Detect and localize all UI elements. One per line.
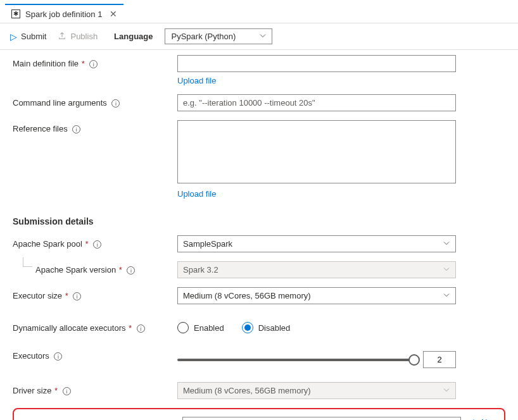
reference-files-input[interactable] (177, 120, 456, 183)
info-icon[interactable]: i (127, 266, 135, 275)
spark-pool-select[interactable]: SampleSpark (177, 235, 456, 252)
driver-size-value: Medium (8 vCores, 56GB memory) (183, 386, 311, 395)
submit-button[interactable]: ▷ Submit (10, 32, 46, 42)
publish-button[interactable]: Publish (58, 31, 98, 42)
upload-reference-files-link[interactable]: Upload file (177, 189, 216, 199)
reference-files-label: Reference files i (13, 120, 177, 133)
chevron-down-icon (443, 291, 450, 300)
dynamic-allocate-radio-group: Enabled Disabled (177, 319, 456, 333)
info-icon[interactable]: i (73, 292, 81, 300)
radio-icon (177, 322, 189, 333)
chevron-down-icon (259, 32, 267, 41)
dynamic-allocate-label: Dynamically allocate executors * i (13, 319, 177, 333)
tab-type-icon: ✱ (11, 9, 20, 18)
spark-version-label: Apache Spark version * i (13, 261, 177, 275)
spark-version-value: Spark 3.2 (183, 265, 218, 275)
new-config-label: New (481, 417, 498, 421)
spark-config-label: Apache Spark configuration i (18, 417, 182, 420)
plus-icon: ＋ (469, 417, 479, 420)
driver-size-select: Medium (8 vCores, 56GB memory) (177, 382, 456, 399)
info-icon[interactable]: i (137, 324, 145, 333)
info-icon[interactable]: i (111, 99, 120, 108)
close-icon[interactable]: ✕ (110, 9, 117, 19)
executor-size-select[interactable]: Medium (8 vCores, 56GB memory) (177, 287, 456, 304)
radio-enabled-label: Enabled (194, 323, 224, 333)
executors-label: Executors i (13, 347, 177, 361)
row-driver-size: Driver size * i Medium (8 vCores, 56GB m… (13, 382, 505, 399)
row-executors: Executors i (13, 347, 505, 368)
upload-icon (58, 31, 66, 42)
required-icon: * (117, 265, 122, 275)
spark-pool-value: SampleSpark (183, 239, 232, 249)
radio-disabled-label: Disabled (258, 323, 291, 333)
required-icon: * (63, 291, 68, 300)
run-icon: ▷ (10, 32, 17, 42)
row-executor-size: Executor size * i Medium (8 vCores, 56GB… (13, 287, 505, 304)
toolbar: ▷ Submit Publish Language PySpark (Pytho… (0, 23, 518, 50)
row-main-definition: Main definition file * i Upload file (13, 55, 505, 85)
chevron-down-icon (443, 265, 450, 275)
info-icon[interactable]: i (72, 125, 80, 133)
publish-label: Publish (70, 32, 98, 41)
language-label: Language (114, 32, 153, 41)
config-highlight: Apache Spark configuration i Use default… (13, 408, 505, 420)
upload-main-definition-link[interactable]: Upload file (177, 76, 216, 85)
radio-enabled[interactable]: Enabled (177, 322, 224, 333)
executors-slider[interactable] (177, 359, 414, 361)
required-icon: * (79, 59, 85, 68)
new-config-button[interactable]: ＋ New (469, 417, 498, 420)
tab-bar: ✱ Spark job definition 1 ✕ (0, 0, 518, 23)
required-icon: * (83, 239, 89, 249)
executors-input[interactable] (423, 351, 456, 368)
info-icon[interactable]: i (54, 352, 62, 361)
row-spark-pool: Apache Spark pool * i SampleSpark (13, 235, 505, 252)
chevron-down-icon (443, 239, 450, 249)
info-icon[interactable]: i (89, 60, 98, 68)
spark-config-select[interactable]: Use default configuration (182, 417, 461, 420)
slider-thumb-icon[interactable] (408, 354, 420, 366)
info-icon[interactable]: i (93, 240, 101, 249)
radio-disabled[interactable]: Disabled (242, 322, 291, 333)
radio-icon (242, 322, 253, 333)
chevron-down-icon (443, 386, 450, 395)
tab-title: Spark job definition 1 (25, 9, 102, 19)
info-icon[interactable]: i (63, 387, 71, 395)
executor-size-value: Medium (8 vCores, 56GB memory) (183, 291, 311, 300)
required-icon: * (126, 323, 132, 333)
main-definition-input[interactable] (177, 55, 456, 72)
spark-pool-label: Apache Spark pool * i (13, 235, 177, 249)
command-args-input[interactable] (177, 94, 456, 111)
row-spark-version: Apache Spark version * i Spark 3.2 (13, 261, 505, 278)
required-icon: * (52, 386, 58, 395)
language-value: PySpark (Python) (172, 32, 236, 41)
tab-spark-job[interactable]: ✱ Spark job definition 1 ✕ (5, 4, 123, 23)
row-dynamic-allocate: Dynamically allocate executors * i Enabl… (13, 319, 505, 333)
executor-size-label: Executor size * i (13, 287, 177, 300)
row-spark-config: Apache Spark configuration i Use default… (18, 417, 498, 420)
submission-details-header: Submission details (13, 216, 505, 226)
spark-version-select: Spark 3.2 (177, 261, 456, 278)
driver-size-label: Driver size * i (13, 382, 177, 395)
submit-label: Submit (21, 32, 46, 41)
row-reference-files: Reference files i Upload file (13, 120, 505, 199)
command-args-label: Command line arguments i (13, 94, 177, 108)
row-command-args: Command line arguments i (13, 94, 505, 111)
language-select[interactable]: PySpark (Python) (165, 28, 272, 44)
main-definition-label: Main definition file * i (13, 55, 177, 68)
